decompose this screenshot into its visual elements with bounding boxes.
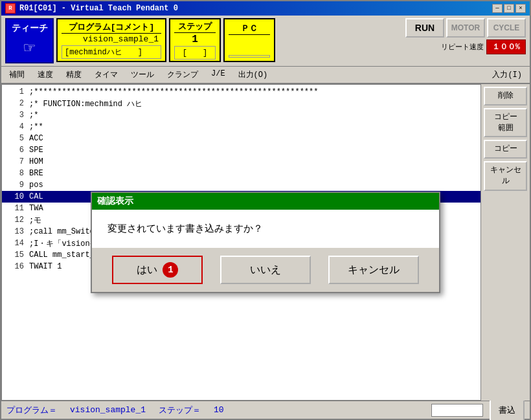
run-row: RUN MOTOR CYCLE [405, 18, 526, 38]
right-buttons: RUN MOTOR CYCLE リピート速度 １００% [405, 18, 526, 63]
teach-icon: ☞ [24, 37, 35, 59]
window-title: R01[C01] - Virtual Teach Pendant 0 [19, 4, 178, 13]
menu-hosoku[interactable]: 補間 [4, 68, 30, 82]
title-bar-left: R R01[C01] - Virtual Teach Pendant 0 [5, 3, 178, 14]
menu-je[interactable]: J/E [206, 68, 231, 82]
speed-row: リピート速度 １００% [405, 39, 526, 54]
menu-output[interactable]: 出力(O) [233, 68, 273, 82]
teach-button[interactable]: ティーチ ☞ [5, 18, 54, 63]
status-bar: プログラム＝ vision_sample_1 ステップ＝ 10 書込 [1, 401, 530, 419]
step-label: ステップ [174, 21, 216, 33]
motor-button[interactable]: MOTOR [446, 18, 485, 38]
program-status-value: vision_sample_1 [70, 405, 146, 415]
cycle-button[interactable]: CYCLE [487, 18, 526, 38]
modal-no-button[interactable]: いいえ [220, 256, 311, 284]
toolbar: ティーチ ☞ プログラム[コメント] vision_sample_1 [mech… [1, 16, 530, 66]
status-input[interactable] [431, 404, 483, 417]
main-area: 1;**************************************… [1, 84, 530, 401]
close-button[interactable]: × [515, 4, 526, 13]
modal-title-bar: 確認表示 [92, 193, 439, 210]
menu-bar: 補間 速度 精度 タイマ ツール クランプ J/E 出力(O) 入力(I) [1, 66, 530, 84]
modal-title: 確認表示 [97, 195, 133, 207]
pc-label: ＰＣ [229, 23, 270, 35]
app-icon: R [5, 3, 16, 14]
modal-overlay: 確認表示 変更されています書き込みますか？ はい 1 いいえ [1, 84, 530, 401]
speed-label: リピート速度 [441, 42, 484, 52]
step-empty: [ ] [174, 46, 216, 60]
modal-dialog: 確認表示 変更されています書き込みますか？ はい 1 いいえ [91, 192, 440, 293]
step-status-label: ステップ＝ [159, 404, 201, 416]
program-box: プログラム[コメント] vision_sample_1 [mechmindハヒ … [56, 18, 166, 62]
modal-buttons: はい 1 いいえ キャンセル [92, 248, 439, 292]
program-label: プログラム[コメント] [62, 21, 161, 34]
menu-speed[interactable]: 速度 [32, 68, 58, 82]
menu-tool[interactable]: ツール [126, 68, 159, 82]
title-controls: ─ □ × [492, 4, 526, 13]
menu-input[interactable]: 入力(I) [487, 68, 527, 82]
status-right: 書込 [431, 398, 525, 421]
write-button[interactable]: 書込 [490, 398, 525, 421]
step-status-value: 10 [214, 405, 224, 415]
program-value: vision_sample_1 [62, 34, 161, 44]
menu-precision[interactable]: 精度 [61, 68, 87, 82]
badge-1: 1 [163, 262, 178, 278]
speed-value: １００% [486, 39, 526, 54]
maximize-button[interactable]: □ [504, 4, 514, 13]
menu-clamp[interactable]: クランプ [162, 68, 203, 82]
step-box: ステップ 1 [ ] [169, 18, 221, 62]
pc-box: ＰＣ [223, 18, 275, 62]
menu-timer[interactable]: タイマ [89, 68, 123, 82]
program-comment: [mechmindハヒ ] [62, 45, 161, 59]
modal-message: 変更されています書き込みますか？ [107, 224, 263, 235]
modal-body: 変更されています書き込みますか？ [92, 210, 439, 248]
program-status-label: プログラム＝ [6, 404, 57, 416]
modal-cancel-button[interactable]: キャンセル [328, 256, 419, 284]
step-value: 1 [174, 34, 216, 45]
modal-yes-button[interactable]: はい 1 [112, 256, 203, 284]
pc-empty [229, 55, 270, 58]
main-window: R R01[C01] - Virtual Teach Pendant 0 ─ □… [0, 0, 531, 420]
minimize-button[interactable]: ─ [492, 4, 503, 13]
title-bar: R R01[C01] - Virtual Teach Pendant 0 ─ □… [1, 1, 530, 16]
teach-label: ティーチ [12, 23, 48, 34]
run-button[interactable]: RUN [405, 18, 444, 38]
